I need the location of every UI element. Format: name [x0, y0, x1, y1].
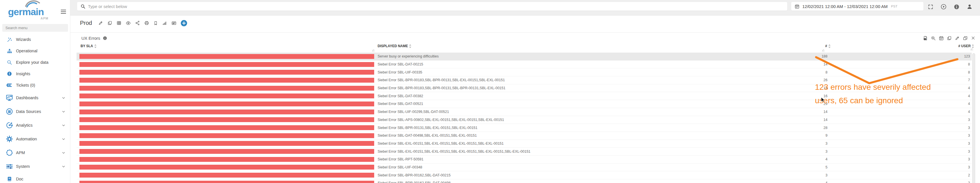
vertical-scrollbar[interactable] [972, 53, 975, 183]
sidebar-item-label: Insights [16, 72, 30, 76]
error-users: 3 [830, 150, 972, 154]
sla-bar [80, 157, 374, 162]
error-count: 4 [744, 181, 830, 183]
column-header-count[interactable]: # [825, 44, 830, 48]
copy-icon[interactable] [107, 21, 112, 25]
eye-icon[interactable] [126, 21, 131, 26]
sidebar-item-wizards[interactable]: Wizards [0, 34, 70, 45]
error-users: 3 [830, 134, 972, 138]
error-name: Siebel Error SBL-BPR-00162,SBL-DAT-00498 [374, 181, 744, 183]
error-count: 3 [744, 150, 830, 154]
card-icon[interactable] [171, 21, 177, 26]
menu-icon[interactable] [61, 9, 66, 15]
datasource-icon [4, 108, 15, 115]
annotation-line2: users, 65 can be ignored [815, 94, 931, 107]
column-resize-handle[interactable] [372, 49, 375, 52]
sla-bar [80, 62, 374, 67]
error-count: 3 [744, 142, 830, 146]
error-name: Siebel Error SBL-DAT-00215 [374, 62, 744, 66]
share-icon[interactable] [135, 21, 140, 25]
info-icon[interactable] [103, 36, 107, 40]
table-row[interactable]: Siebel Error SBL-RPT-50591 4 3 [76, 156, 972, 164]
table-row[interactable]: Siebel Error SBL-UIF-00299,SBL-DAT-00521… [76, 108, 972, 116]
fullscreen-icon[interactable] [928, 4, 934, 10]
info-icon[interactable] [954, 4, 959, 10]
table-row[interactable]: Siebel Error SBL-UIF-00335 8 8 [76, 68, 972, 76]
table-row[interactable]: Siebel Error SBL-UIF-00348 5 3 [76, 164, 972, 172]
sidebar-item-system[interactable]: System [0, 159, 70, 173]
error-users: 2 [830, 181, 972, 183]
print-icon[interactable] [144, 21, 149, 25]
calendar-icon[interactable] [939, 36, 944, 41]
table-row[interactable]: Siebel Error SBL-EXL-00151,SBL-EXL-00151… [76, 148, 972, 156]
sidebar-item-automation[interactable]: Automation [0, 132, 70, 146]
sidebar-item-apm[interactable]: APM [0, 146, 70, 159]
chevron-down-icon [61, 137, 66, 141]
chevron-down-icon [61, 164, 66, 169]
sidebar-search-input[interactable] [2, 24, 68, 32]
user-icon[interactable] [967, 4, 972, 10]
sidebar-item-dashboards[interactable]: Dashboards [0, 91, 70, 105]
column-header-users[interactable]: # USER [958, 44, 974, 48]
close-icon[interactable] [971, 36, 975, 41]
sidebar: germain APM Wizards Operational Explore … [0, 0, 70, 183]
sidebar-item-label: Data Sources [16, 109, 41, 114]
column-label: # [825, 44, 827, 48]
edit-icon[interactable] [98, 21, 103, 25]
column-resize-handle[interactable] [822, 49, 825, 52]
windows-icon[interactable] [963, 36, 968, 41]
chevron-down-icon [61, 123, 66, 127]
add-icon[interactable] [181, 20, 187, 26]
table-row[interactable]: Siebel Error SBL-BPR-00162,SBL-DAT-00215… [76, 171, 972, 179]
grid-icon[interactable] [116, 21, 121, 25]
date-range-picker[interactable]: 12/02/2021 12:00 AM - 12/03/2021 12:00 A… [791, 2, 923, 11]
sort-icon [828, 44, 830, 48]
panel-actions [923, 36, 975, 41]
global-search-input[interactable] [88, 4, 784, 9]
sidebar-item-label: Automation [16, 137, 37, 141]
column-resize-handle[interactable] [970, 48, 973, 51]
chart-icon[interactable] [162, 21, 167, 25]
app-logo-sub: APM [41, 17, 48, 20]
sidebar-item-tickets[interactable]: Tickets (0) [0, 80, 70, 91]
table-row[interactable]: Server busy or experiencing difficulties… [76, 53, 972, 60]
table-row[interactable]: Siebel Error SBL-APS-00802,SBL-EXL-00151… [76, 116, 972, 124]
ux-errors-panel: UX Errors BY SLA DISPLAYED NAME # # USER [70, 32, 980, 183]
ticket-icon [4, 82, 15, 88]
sidebar-item-explore-your-data[interactable]: Explore your data [0, 57, 70, 68]
sidebar-item-insights[interactable]: Insights [0, 68, 70, 80]
play-icon[interactable] [940, 4, 947, 10]
sidebar-item-data-sources[interactable]: Data Sources [0, 105, 70, 118]
table-row[interactable]: Siebel Error SBL-DAT-00498,SBL-EXL-00151… [76, 132, 972, 140]
copy-icon[interactable] [947, 36, 952, 41]
sla-bar [80, 141, 374, 146]
page-title: Prod [80, 20, 92, 26]
table-row[interactable]: Siebel Error SBL-BPR-00131,SBL-EXL-00151… [76, 124, 972, 132]
sla-bar [80, 149, 374, 154]
column-header-displayed-name[interactable]: DISPLAYED NAME [378, 44, 411, 48]
chevron-down-icon [61, 151, 66, 155]
error-name: Siebel Error SBL-BPR-00131,SBL-EXL-00151… [374, 126, 744, 130]
search-icon [4, 60, 15, 65]
sidebar-item-doc[interactable]: Doc [0, 173, 70, 183]
error-name: Siebel Error SBL-BPR-00183,SBL-BPR-00131… [374, 78, 744, 82]
sla-bar [80, 110, 374, 115]
table-row[interactable]: Siebel Error SBL-EXL-00151,SBL-EXL-00151… [76, 140, 972, 148]
csv-export-icon[interactable] [923, 36, 928, 41]
column-label: # USER [958, 44, 970, 48]
error-name: Siebel Error SBL-BPR-00183,SBL-BPR-00131… [374, 86, 744, 90]
edit-icon[interactable] [955, 36, 960, 41]
column-label: BY SLA [81, 44, 93, 48]
timezone-label: PST [891, 5, 897, 8]
error-users: 123 [830, 54, 972, 58]
error-users: 3 [830, 126, 972, 130]
sidebar-item-label: Doc [16, 177, 24, 181]
sidebar-item-analytics[interactable]: Analytics [0, 118, 70, 132]
error-count: 3 [744, 173, 830, 177]
column-header-by-sla[interactable]: BY SLA [81, 44, 97, 48]
zoom-in-icon[interactable] [931, 36, 936, 41]
sidebar-item-operational[interactable]: Operational [0, 45, 70, 57]
bookmark-icon[interactable] [153, 21, 158, 25]
table-row[interactable]: Siebel Error SBL-BPR-00162,SBL-DAT-00498… [76, 179, 972, 183]
table-row[interactable]: Siebel Error SBL-DAT-00215 14 8 [76, 60, 972, 68]
